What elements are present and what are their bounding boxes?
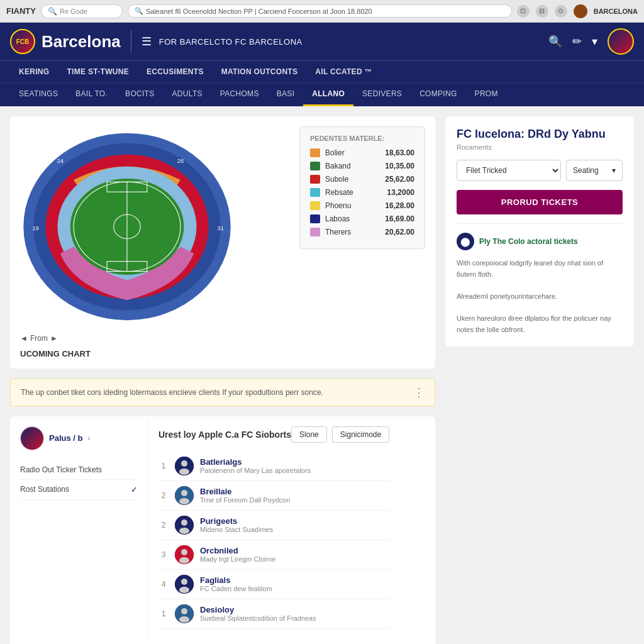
tab-seatings[interactable]: SEATINGS xyxy=(10,83,67,106)
notification-text: The up conbet tiket cors ideding loterma… xyxy=(21,388,323,397)
player-info-4: Orcbniled Mady Irgt Liregm Cloirne xyxy=(200,546,389,563)
price-amount-subole: 25,62.00 xyxy=(385,175,414,184)
players-action-buttons: Slone Signicimode xyxy=(291,426,389,443)
player-num-1: 1 xyxy=(158,462,169,470)
search-small-icon: 🔍 xyxy=(48,7,57,16)
primary-nav-kering[interactable]: KERING xyxy=(10,61,58,82)
browser-avatar[interactable] xyxy=(574,4,587,18)
header-dropdown-icon[interactable]: ▾ xyxy=(592,35,597,48)
browser-url-bar[interactable]: 🔍 Saleanet f6 Oceenoldd Nection PP | Car… xyxy=(128,4,512,18)
player-avatar-2 xyxy=(175,486,194,505)
svg-text:24: 24 xyxy=(57,157,64,164)
header-search-icon[interactable]: 🔍 xyxy=(548,35,562,48)
price-swatch-bakand xyxy=(310,162,320,170)
price-amount-laboas: 16,69.00 xyxy=(385,214,414,223)
player-avatar-6 xyxy=(175,604,194,623)
player-info-1: Batlerialgs Paiolenenn of Mary Las apoir… xyxy=(200,457,389,474)
player-avatar-1 xyxy=(175,457,194,475)
price-category-therers: Therers xyxy=(325,228,380,236)
tab-allano[interactable]: ALLANO xyxy=(303,83,353,106)
price-category-subole: Subole xyxy=(325,175,380,184)
player-num-6: 1 xyxy=(158,609,169,618)
price-amount-phoenu: 16,28.00 xyxy=(385,201,414,210)
tab-sedivers[interactable]: SEDIVERS xyxy=(353,83,411,106)
header-edit-icon[interactable]: ✏ xyxy=(572,35,582,48)
primary-nav-mation[interactable]: MATION OUTCONTS xyxy=(213,61,307,82)
tab-adults[interactable]: ADULTS xyxy=(164,83,211,106)
color-tickets-link[interactable]: Ply The Colo actoral tickets xyxy=(479,237,578,246)
player-info-3: Purigeets Mideno Stact Suadimes xyxy=(200,516,389,533)
seating-dropdown[interactable]: Seating ▾ xyxy=(566,160,623,181)
player-avatar-5 xyxy=(175,575,194,594)
sidebar-option-rost-label: Rost Sutations xyxy=(20,485,69,494)
monitor-icon[interactable]: ⊡ xyxy=(517,5,530,18)
player-avatar-4 xyxy=(175,545,194,564)
fc-barcelona-crest-right xyxy=(608,28,634,55)
notification-bar: The up conbet tiket cors ideding loterma… xyxy=(10,379,435,406)
stadium-map-area: 19 24 26 31 31 ◄ From ► UCOMING CHART xyxy=(20,126,289,358)
player-num-3: 2 xyxy=(158,521,169,530)
price-category-laboas: Laboas xyxy=(325,214,380,223)
player-row-3: 2 Purigeets Mideno Stact Suadimes xyxy=(158,511,389,540)
price-category-phoenu: Phoenu xyxy=(325,201,380,210)
svg-point-31 xyxy=(181,608,187,614)
sidebar-option-rost[interactable]: Rost Sutations ✓ xyxy=(20,480,138,500)
ticket-info-text: With corepoiocal lodgrify leanel doy nha… xyxy=(457,258,623,335)
browser-search-box[interactable]: 🔍 Re Gode xyxy=(41,4,123,18)
tab-comping[interactable]: COMPING xyxy=(411,83,465,106)
sidebar-check-icon: ✓ xyxy=(131,485,138,494)
left-panel: 19 24 26 31 31 ◄ From ► UCOMING CHART PE… xyxy=(10,116,435,644)
tab-prom[interactable]: PROM xyxy=(466,83,507,106)
svg-point-16 xyxy=(181,460,187,467)
player-row-5: 4 Faglials FC Caden dew featilom xyxy=(158,570,389,599)
clock-icon[interactable]: ⊙ xyxy=(555,5,567,18)
stadium-map-svg[interactable]: 19 24 26 31 31 xyxy=(20,126,234,327)
browser-brand: FIANTY xyxy=(6,6,36,16)
svg-text:19: 19 xyxy=(32,225,39,231)
stadium-chart-label: UCOMING CHART xyxy=(20,349,289,358)
price-legend-title: PEDENTES MATERLE: xyxy=(310,135,414,142)
price-amount-bolier: 18,63.00 xyxy=(385,148,414,157)
players-header: Urest loy Apple C.a FC Sioborts Slone Si… xyxy=(158,426,389,443)
player-detail-4: Mady Irgt Liregm Cloirne xyxy=(200,555,389,563)
tab-bail[interactable]: BAIL TO. xyxy=(67,83,116,106)
sidebar-option-radio[interactable]: Radio Out Ticker Tickets xyxy=(20,460,138,480)
player-info-5: Faglials FC Caden dew featilom xyxy=(200,575,389,592)
chevron-right-icon: › xyxy=(87,434,90,443)
ticket-type-dropdown[interactable]: Filet Tricked xyxy=(457,160,561,181)
hamburger-icon[interactable]: ☰ xyxy=(142,35,152,48)
price-amount-bakand: 10,35.00 xyxy=(385,162,414,170)
notification-more-icon[interactable]: ⋮ xyxy=(413,386,425,399)
price-row-subole: Subole 25,62.00 xyxy=(310,175,414,184)
stone-button[interactable]: Slone xyxy=(291,426,327,443)
buy-tickets-button[interactable]: PRORUD TICKETS xyxy=(457,190,623,214)
svg-point-32 xyxy=(179,616,189,623)
player-row-4: 3 Orcbniled Mady Irgt Liregm Cloirne xyxy=(158,540,389,570)
players-title: Urest loy Apple C.a FC Sioborts xyxy=(158,430,291,440)
player-detail-1: Paiolenenn of Mary Las apoiretalors xyxy=(200,467,389,474)
bookmark-icon[interactable]: ⊟ xyxy=(536,5,548,18)
svg-point-17 xyxy=(179,469,189,475)
price-swatch-rebsate xyxy=(310,188,320,197)
svg-point-20 xyxy=(179,498,189,504)
stadium-label: ◄ From ► xyxy=(20,334,289,343)
player-name-5: Faglials xyxy=(200,575,389,585)
tab-bocits[interactable]: BOCITS xyxy=(116,83,163,106)
site-logo-text[interactable]: Barcelona xyxy=(42,32,121,52)
player-detail-5: FC Caden dew featilom xyxy=(200,585,389,592)
player-detail-3: Mideno Stact Suadimes xyxy=(200,526,389,533)
primary-nav-ail[interactable]: AIL CCATED ™ xyxy=(306,61,381,82)
player-avatar-3 xyxy=(175,516,194,535)
ticket-card-title: FC lucelona: DRd Dy Yabnu xyxy=(457,128,623,141)
tab-basi[interactable]: BASI xyxy=(268,83,304,106)
player-info-2: Breillale Trne of Foreom Dall Poydcon xyxy=(200,487,389,504)
color-icon: ⬤ xyxy=(457,233,474,250)
player-name-3: Purigeets xyxy=(200,516,389,526)
club-name-link[interactable]: Palus / b xyxy=(49,433,82,443)
primary-nav-time[interactable]: TIME ST-TWUNE xyxy=(58,61,138,82)
primary-nav-eccusiments[interactable]: ECCUSIMENTS xyxy=(138,61,213,82)
tab-pachoms[interactable]: PACHOMS xyxy=(211,83,268,106)
signmode-button[interactable]: Signicimode xyxy=(332,426,389,443)
player-name-2: Breillale xyxy=(200,487,389,496)
header-subtitle: FOR BARCELCTO FC BARCELONA xyxy=(159,37,303,47)
